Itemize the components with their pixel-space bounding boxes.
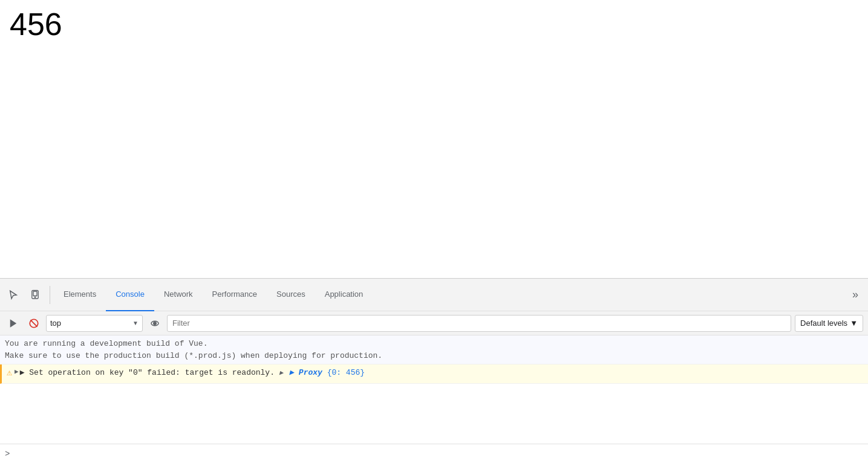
default-levels-label: Default levels bbox=[800, 319, 847, 328]
tab-separator bbox=[50, 286, 50, 304]
console-message-line1: You are running a development build of V… bbox=[5, 338, 863, 350]
console-input[interactable] bbox=[13, 449, 863, 458]
svg-point-7 bbox=[154, 322, 157, 325]
default-levels-dropdown[interactable]: Default levels ▼ bbox=[795, 315, 863, 332]
tab-performance[interactable]: Performance bbox=[203, 279, 267, 311]
svg-point-2 bbox=[34, 297, 35, 297]
device-toggle-btn[interactable] bbox=[24, 284, 46, 306]
proxy-arrow-icon[interactable]: ▶ bbox=[279, 369, 284, 377]
proxy-text: ▶ Proxy bbox=[289, 368, 322, 377]
context-label: top bbox=[50, 319, 130, 328]
default-levels-arrow-icon: ▼ bbox=[850, 319, 858, 328]
page-content: 456 bbox=[0, 0, 868, 278]
console-prompt-icon: > bbox=[5, 449, 10, 459]
console-output: You are running a development build of V… bbox=[0, 335, 868, 444]
warning-icon: ⚠ bbox=[7, 367, 12, 381]
page-number: 456 bbox=[10, 7, 62, 42]
tab-elements[interactable]: Elements bbox=[54, 279, 106, 311]
proxy-content: {0: 456} bbox=[327, 367, 365, 379]
tab-network[interactable]: Network bbox=[154, 279, 203, 311]
clear-console-button[interactable] bbox=[25, 315, 42, 332]
expand-arrow-icon[interactable]: ▶ bbox=[15, 367, 19, 377]
dropdown-arrow-icon: ▼ bbox=[132, 320, 139, 326]
tab-console[interactable]: Console bbox=[106, 279, 154, 311]
console-input-line: > bbox=[0, 444, 868, 463]
devtools-panel: Elements Console Network Performance Sou… bbox=[0, 278, 868, 463]
warning-line: ⚠ ▶ ▶ Set operation on key "0" failed: t… bbox=[7, 367, 863, 381]
svg-rect-1 bbox=[33, 291, 37, 296]
console-message-warning: ⚠ ▶ ▶ Set operation on key "0" failed: t… bbox=[0, 364, 868, 384]
svg-marker-3 bbox=[10, 319, 17, 328]
console-toolbar: top ▼ Default levels ▼ bbox=[0, 311, 868, 335]
filter-input[interactable] bbox=[167, 315, 791, 332]
execute-button[interactable] bbox=[5, 315, 22, 332]
tab-application[interactable]: Application bbox=[315, 279, 373, 311]
more-tabs-button[interactable]: » bbox=[845, 279, 866, 311]
cursor-icon-btn[interactable] bbox=[2, 284, 24, 306]
tab-sources[interactable]: Sources bbox=[267, 279, 315, 311]
tab-bar: Elements Console Network Performance Sou… bbox=[0, 279, 868, 311]
warning-text: ▶ Set operation on key "0" failed: targe… bbox=[20, 367, 275, 379]
console-message-line2: Make sure to use the production build (*… bbox=[5, 350, 863, 362]
console-message-info: You are running a development build of V… bbox=[0, 335, 868, 364]
eye-icon-button[interactable] bbox=[146, 315, 163, 332]
proxy-value-space bbox=[322, 367, 327, 379]
context-dropdown[interactable]: top ▼ bbox=[46, 315, 143, 332]
svg-line-5 bbox=[30, 320, 37, 326]
proxy-label[interactable]: ▶ ▶ Proxy bbox=[279, 367, 322, 379]
